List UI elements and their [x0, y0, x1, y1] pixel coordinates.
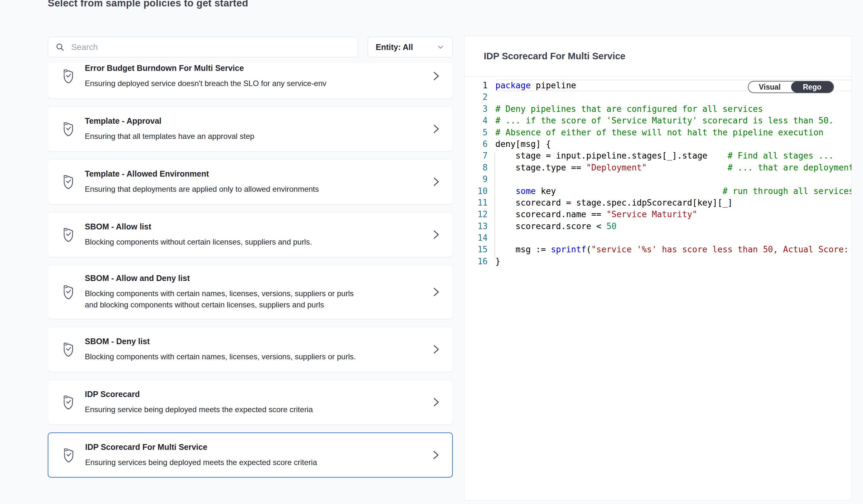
- policy-title: Error Budget Burndown For Multi Service: [85, 64, 362, 73]
- policy-description: Ensuring that deployments are applied on…: [85, 183, 362, 195]
- policy-card-texts: SBOM - Deny list Blocking components wit…: [85, 337, 375, 362]
- policy-card-texts: Template - Allowed Environment Ensuring …: [85, 169, 375, 195]
- policy-card[interactable]: IDP Scorecard For Multi Service Ensuring…: [48, 432, 453, 478]
- line-number: 5: [464, 127, 488, 138]
- chevron-right-icon[interactable]: [430, 175, 441, 188]
- code-line: 15 msg := sprintf("service '%s' has scor…: [464, 244, 851, 255]
- policy-title: SBOM - Allow and Deny list: [85, 274, 362, 283]
- policy-card[interactable]: Error Budget Burndown For Multi Service …: [48, 63, 453, 99]
- entity-filter-label: Entity: All: [376, 42, 413, 52]
- entity-filter-dropdown[interactable]: Entity: All: [368, 37, 453, 57]
- view-mode-toggle: Visual Rego: [748, 81, 834, 93]
- code-line: 8 stage.type == "Deployment" # ... that …: [464, 162, 851, 173]
- code-line: 6deny[msg] {: [464, 138, 851, 150]
- policy-card-texts: Template - Approval Ensuring that all te…: [85, 116, 375, 142]
- policy-card[interactable]: SBOM - Deny list Blocking components wit…: [48, 327, 453, 372]
- chevron-right-icon[interactable]: [430, 343, 441, 356]
- rego-toggle-button[interactable]: Rego: [791, 81, 834, 92]
- line-number: 6: [464, 138, 488, 150]
- chevron-down-icon: [436, 43, 445, 51]
- policy-description: Ensuring deployed service doesn't breach…: [85, 78, 362, 89]
- policy-title: SBOM - Deny list: [85, 337, 362, 346]
- policy-title: IDP Scorecard For Multi Service: [85, 442, 362, 452]
- policy-list: Error Budget Burndown For Multi Service …: [48, 63, 453, 501]
- code-line-content: [495, 173, 851, 185]
- chevron-right-icon[interactable]: [430, 122, 441, 135]
- policy-description: Ensuring service being deployed meets th…: [85, 404, 362, 415]
- code-line: 3# Deny pipelines that are configured fo…: [464, 103, 851, 115]
- code-line-content: stage = input.pipeline.stages[_].stage #…: [495, 150, 851, 161]
- detail-panel-title: IDP Scorecard For Multi Service: [464, 36, 851, 77]
- code-line: 5# Absence of either of these will not h…: [464, 127, 851, 138]
- code-line: 7 stage = input.pipeline.stages[_].stage…: [464, 150, 851, 161]
- policy-shield-check-icon: [61, 173, 76, 190]
- code-line-content: # Deny pipelines that are configured for…: [495, 103, 851, 115]
- policy-card-texts: SBOM - Allow and Deny list Blocking comp…: [85, 274, 375, 310]
- policy-detail-panel: IDP Scorecard For Multi Service Visual R…: [464, 36, 852, 501]
- policy-title: Template - Allowed Environment: [85, 169, 362, 179]
- policy-card[interactable]: SBOM - Allow list Blocking components wi…: [48, 212, 453, 257]
- chevron-right-icon[interactable]: [430, 449, 441, 462]
- line-number: 9: [464, 173, 488, 185]
- chevron-right-icon[interactable]: [430, 285, 441, 298]
- line-number: 8: [464, 162, 488, 173]
- toolbar: Entity: All: [48, 37, 453, 57]
- code-line-content: deny[msg] {: [495, 138, 851, 150]
- policy-description: Blocking components with certain names, …: [85, 288, 362, 310]
- policy-shield-check-icon: [61, 341, 76, 358]
- policy-description: Blocking components without certain lice…: [85, 236, 362, 247]
- policy-title: Template - Approval: [85, 116, 362, 126]
- code-line: 4# ... if the score of 'Service Maturity…: [464, 115, 851, 126]
- line-number: 11: [464, 197, 488, 208]
- page-title: Select from sample policies to get start…: [48, 0, 248, 9]
- line-number: 12: [464, 208, 488, 220]
- policy-shield-check-icon: [61, 284, 76, 300]
- line-number: 1: [464, 80, 488, 91]
- policy-card-texts: IDP Scorecard For Multi Service Ensuring…: [85, 442, 375, 468]
- chevron-right-icon[interactable]: [430, 69, 441, 82]
- policy-card[interactable]: Template - Approval Ensuring that all te…: [48, 106, 453, 152]
- code-line: 12 scorecard.name == "Service Maturity": [464, 208, 851, 220]
- policy-shield-check-icon: [61, 226, 76, 243]
- policy-description: Ensuring services being deployed meets t…: [85, 457, 362, 468]
- code-line-content: }: [495, 256, 851, 267]
- line-number: 4: [464, 115, 488, 126]
- policy-card-texts: IDP Scorecard Ensuring service being dep…: [85, 390, 375, 415]
- line-number: 2: [464, 91, 488, 103]
- policy-shield-check-icon: [61, 394, 76, 411]
- search-icon: [55, 42, 65, 52]
- code-line-content: [495, 232, 851, 244]
- policy-card-texts: SBOM - Allow list Blocking components wi…: [85, 222, 375, 247]
- policy-shield-check-icon: [61, 447, 76, 463]
- code-line: 16}: [464, 256, 851, 267]
- line-number: 3: [464, 103, 488, 115]
- chevron-right-icon[interactable]: [430, 228, 441, 241]
- code-line: 14: [464, 232, 851, 244]
- code-line-content: stage.type == "Deployment" # ... that ar…: [495, 162, 851, 173]
- policy-title: IDP Scorecard: [85, 390, 362, 399]
- line-number: 16: [464, 256, 488, 267]
- line-number: 10: [464, 185, 488, 197]
- search-box[interactable]: [48, 37, 358, 57]
- policy-title: SBOM - Allow list: [85, 222, 362, 231]
- code-line: 9: [464, 173, 851, 185]
- code-line-content: some key # run through all services: [495, 185, 851, 197]
- policy-card[interactable]: SBOM - Allow and Deny list Blocking comp…: [48, 265, 453, 319]
- code-line: 10 some key # run through all services: [464, 185, 851, 197]
- chevron-right-icon[interactable]: [430, 396, 441, 409]
- visual-toggle-button[interactable]: Visual: [749, 81, 791, 92]
- code-line-content: msg := sprintf("service '%s' has score l…: [495, 244, 851, 255]
- code-line-content: scorecard.score < 50: [495, 220, 851, 232]
- line-number: 13: [464, 220, 488, 232]
- code-line-content: scorecard = stage.spec.idpScorecard[key]…: [495, 197, 851, 208]
- rego-code-editor[interactable]: 1package pipeline23# Deny pipelines that…: [464, 77, 851, 500]
- policy-shield-check-icon: [61, 120, 76, 137]
- line-number: 7: [464, 150, 488, 161]
- search-input[interactable]: [71, 42, 351, 53]
- policy-card[interactable]: IDP Scorecard Ensuring service being dep…: [48, 379, 453, 425]
- code-line: 13 scorecard.score < 50: [464, 220, 851, 232]
- policy-shield-check-icon: [61, 68, 76, 85]
- policy-card[interactable]: Template - Allowed Environment Ensuring …: [48, 159, 453, 204]
- line-number: 15: [464, 244, 488, 255]
- code-lines: 1package pipeline23# Deny pipelines that…: [464, 80, 851, 267]
